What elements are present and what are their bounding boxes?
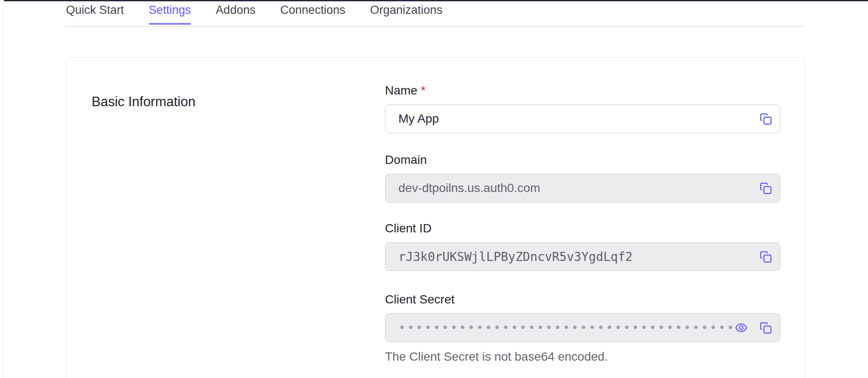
name-value: My App: [398, 112, 439, 126]
section-title: Basic Information: [92, 94, 196, 110]
domain-label: Domain: [385, 152, 780, 168]
domain-input: dev-dtpoilns.us.auth0.com: [385, 174, 780, 202]
name-input[interactable]: My App: [385, 104, 780, 133]
copy-icon: [759, 250, 772, 263]
content-left-divider: [3, 0, 3, 378]
client-secret-field-group: Client Secret ••••••••••••••••••••••••••…: [385, 292, 780, 364]
copy-domain-button[interactable]: [758, 181, 773, 196]
tab-quick-start[interactable]: Quick Start: [66, 0, 124, 26]
client-secret-input: ••••••••••••••••••••••••••••••••••••••••…: [385, 313, 780, 342]
tab-list: Quick Start Settings Addons Connections …: [66, 0, 804, 26]
basic-information-card: Basic Information Name* My App: [66, 57, 805, 378]
client-id-label: Client ID: [385, 221, 780, 236]
domain-value: dev-dtpoilns.us.auth0.com: [398, 181, 540, 195]
client-id-input: rJ3k0rUKSWjlLPByZDncvR5v3YgdLqf2: [385, 242, 780, 271]
copy-client-id-button[interactable]: [758, 249, 773, 264]
client-secret-label: Client Secret: [385, 292, 780, 307]
copy-client-secret-button[interactable]: [758, 320, 773, 335]
client-secret-helper-text: The Client Secret is not base64 encoded.: [385, 350, 780, 364]
copy-name-button[interactable]: [758, 111, 773, 126]
reveal-client-secret-button[interactable]: [734, 320, 749, 335]
domain-field-group: Domain dev-dtpoilns.us.auth0.com: [385, 152, 780, 202]
tab-organizations[interactable]: Organizations: [370, 0, 443, 26]
name-label-text: Name: [385, 84, 418, 97]
eye-icon: [735, 321, 748, 334]
client-id-value: rJ3k0rUKSWjlLPByZDncvR5v3YgdLqf2: [398, 250, 632, 264]
tab-addons[interactable]: Addons: [216, 0, 256, 26]
application-settings-page: Quick Start Settings Addons Connections …: [0, 0, 868, 378]
required-asterisk: *: [421, 84, 426, 97]
copy-icon: [759, 182, 772, 195]
client-id-field-group: Client ID rJ3k0rUKSWjlLPByZDncvR5v3YgdLq…: [385, 221, 780, 271]
tab-connections[interactable]: Connections: [280, 0, 345, 26]
app-tabs: Quick Start Settings Addons Connections …: [66, 0, 804, 27]
copy-icon: [759, 321, 772, 334]
tab-settings[interactable]: Settings: [149, 0, 191, 26]
name-field-group: Name* My App: [385, 83, 780, 133]
copy-icon: [759, 112, 772, 125]
name-label: Name*: [385, 83, 780, 98]
client-secret-masked-value: ••••••••••••••••••••••••••••••••••••••••…: [398, 313, 736, 342]
